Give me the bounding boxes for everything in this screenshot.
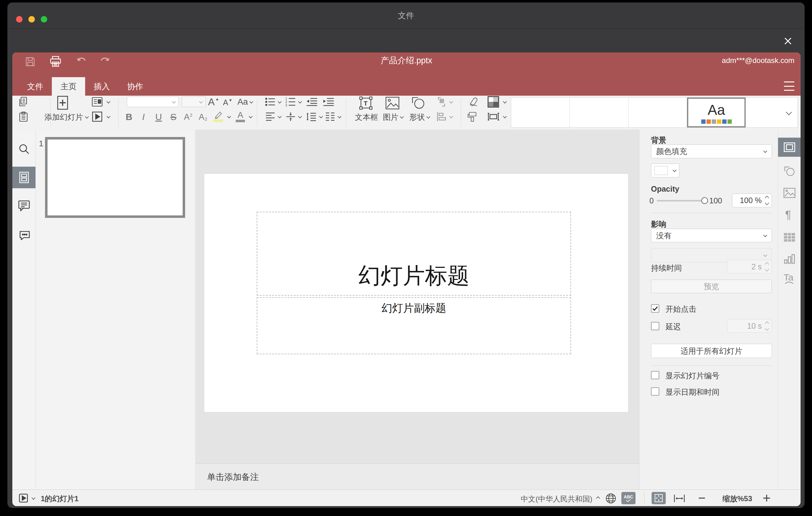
tab-file[interactable]: 文件: [19, 77, 52, 96]
color-scheme-dropdown[interactable]: [502, 97, 508, 106]
line-spacing-button[interactable]: [304, 111, 318, 123]
start-slideshow-dropdown[interactable]: [105, 112, 112, 121]
vertical-align-button[interactable]: [284, 111, 297, 123]
theme-option-2[interactable]: [570, 97, 629, 127]
italic-button[interactable]: I: [137, 111, 150, 123]
increase-font-button[interactable]: A: [207, 96, 220, 108]
superscript-button[interactable]: A2: [181, 111, 195, 123]
image-settings-icon[interactable]: [778, 183, 801, 202]
add-slide-button[interactable]: [49, 96, 76, 110]
subscript-button[interactable]: A2: [196, 111, 210, 123]
bold-button[interactable]: B: [122, 111, 136, 123]
bullets-button[interactable]: [263, 96, 277, 108]
copy-button[interactable]: [17, 96, 30, 108]
textbox-label[interactable]: 文本框: [353, 111, 379, 123]
image-icon[interactable]: [382, 96, 402, 111]
columns-dropdown[interactable]: [336, 112, 343, 121]
show-slide-number-checkbox[interactable]: [651, 371, 659, 379]
opacity-spinner[interactable]: 100 %: [732, 194, 772, 207]
clear-style-button[interactable]: [465, 96, 480, 108]
table-settings-icon[interactable]: [778, 228, 801, 247]
arrange-shapes-dropdown[interactable]: [448, 97, 454, 106]
font-size-combo[interactable]: [182, 96, 206, 107]
start-slideshow-status-button[interactable]: [19, 493, 28, 503]
theme-gallery-expand[interactable]: [781, 97, 797, 127]
theme-option-3[interactable]: [629, 97, 687, 127]
theme-option-5[interactable]: [746, 97, 781, 127]
apply-all-button[interactable]: 适用于所有幻灯片: [651, 344, 772, 358]
add-slide-label[interactable]: 添加幻灯片: [38, 111, 94, 123]
notes-area[interactable]: 单击添加备注: [196, 463, 639, 489]
change-case-button[interactable]: Aa: [236, 96, 254, 108]
title-placeholder[interactable]: 幻灯片标题: [257, 212, 571, 296]
show-date-time-checkbox[interactable]: [651, 387, 659, 396]
copy-style-button[interactable]: [465, 111, 480, 123]
strikeout-button[interactable]: S: [167, 111, 180, 123]
search-icon[interactable]: [12, 138, 35, 160]
hamburger-menu-icon[interactable]: [784, 82, 794, 91]
numbering-dropdown[interactable]: [297, 97, 303, 106]
delay-checkbox[interactable]: [651, 322, 659, 330]
theme-option-1[interactable]: [511, 97, 570, 127]
spellcheck-toggle[interactable]: ABC: [621, 492, 636, 504]
font-color-button[interactable]: A: [233, 110, 248, 123]
delay-spinner[interactable]: 10 s: [727, 319, 772, 333]
opacity-slider-track[interactable]: [657, 200, 705, 202]
globe-icon[interactable]: [605, 492, 617, 505]
tab-collaboration[interactable]: 协作: [118, 77, 152, 96]
slide-thumbnail[interactable]: [45, 137, 185, 218]
horizontal-align-button[interactable]: [263, 111, 277, 123]
underline-button[interactable]: U: [152, 111, 165, 123]
chat-icon[interactable]: [12, 224, 35, 245]
highlight-color-button[interactable]: [211, 110, 225, 123]
language-caret-icon[interactable]: [594, 494, 602, 502]
slide-canvas[interactable]: 幻灯片标题 幻灯片副标题: [204, 173, 629, 412]
slide-settings-icon[interactable]: [778, 138, 801, 157]
font-name-combo[interactable]: [127, 96, 179, 107]
decrease-indent-button[interactable]: [304, 96, 319, 108]
fill-color-picker[interactable]: [651, 164, 679, 177]
chart-settings-icon[interactable]: [778, 249, 801, 268]
slide-layout-dropdown[interactable]: [105, 97, 112, 106]
textbox-icon[interactable]: T: [356, 96, 376, 111]
shape-settings-icon[interactable]: [778, 162, 801, 181]
align-shapes-button[interactable]: [434, 111, 448, 123]
close-icon[interactable]: [782, 35, 793, 47]
slides-panel-icon[interactable]: [12, 167, 35, 188]
theme-option-selected[interactable]: Aa: [687, 97, 746, 127]
textart-settings-icon[interactable]: Ta: [778, 269, 801, 288]
duration-spinner[interactable]: 2 s: [727, 260, 772, 274]
arrange-shapes-button[interactable]: [434, 96, 448, 108]
start-slideshow-button[interactable]: [90, 111, 104, 123]
bullets-dropdown[interactable]: [277, 97, 283, 106]
highlight-color-dropdown[interactable]: [226, 112, 232, 121]
comments-icon[interactable]: [12, 195, 35, 217]
language-selector[interactable]: 中文(中华人民共和国): [509, 494, 592, 504]
tab-insert[interactable]: 插入: [85, 77, 118, 96]
start-on-click-checkbox[interactable]: [651, 304, 659, 313]
slide-size-button[interactable]: [486, 111, 501, 123]
paste-button[interactable]: [17, 111, 30, 123]
columns-button[interactable]: [323, 111, 337, 123]
zoom-in-button[interactable]: [761, 493, 772, 503]
image-label[interactable]: 图片: [381, 111, 405, 123]
paragraph-settings-icon[interactable]: ¶: [778, 205, 801, 225]
line-spacing-dropdown[interactable]: [318, 112, 324, 121]
horizontal-align-dropdown[interactable]: [277, 112, 283, 121]
shape-label[interactable]: 形状: [407, 111, 432, 123]
zoom-out-button[interactable]: [697, 493, 707, 503]
opacity-slider-thumb[interactable]: [701, 197, 708, 204]
vertical-align-dropdown[interactable]: [297, 112, 303, 121]
color-scheme-button[interactable]: [486, 96, 501, 108]
tab-home[interactable]: 主页: [52, 77, 85, 96]
slideshow-mode-dropdown[interactable]: [30, 494, 37, 502]
subtitle-placeholder[interactable]: 幻灯片副标题: [257, 297, 571, 354]
fit-to-width-button[interactable]: [672, 492, 686, 505]
shape-icon[interactable]: [408, 96, 428, 111]
fill-type-dropdown[interactable]: 颜色填充: [651, 144, 772, 158]
align-shapes-dropdown[interactable]: [448, 112, 454, 121]
font-color-dropdown[interactable]: [248, 112, 254, 121]
increase-indent-button[interactable]: [321, 96, 336, 108]
slide-size-dropdown[interactable]: [502, 112, 508, 121]
fit-to-slide-toggle[interactable]: [651, 492, 666, 504]
